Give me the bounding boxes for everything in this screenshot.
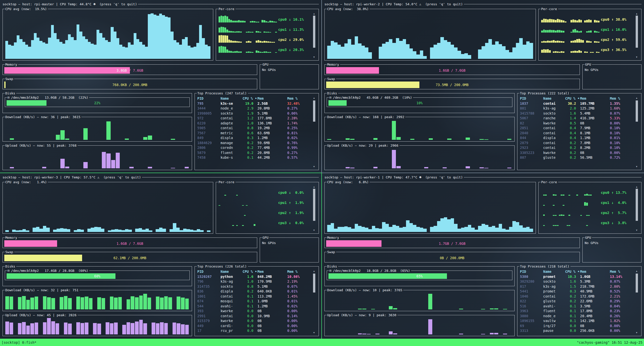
- column-header[interactable]: CPU % •: [241, 269, 257, 274]
- scrollbar[interactable]: ▲ ▼: [635, 270, 638, 334]
- process-row[interactable]: 69irq/270.00B0.00%: [520, 324, 634, 329]
- process-row[interactable]: 516avahi-0.13.5MB0.04%: [520, 304, 634, 309]
- scroll-thumb[interactable]: [313, 189, 315, 221]
- process-row[interactable]: 3963fluent0.117.8MB0.23%: [520, 309, 634, 314]
- column-header[interactable]: Mem: [257, 269, 287, 274]
- process-row[interactable]: 5905contai0.819.2MB0.25%: [197, 126, 312, 131]
- pane-rpi-worker-3[interactable]: socktop — host: rpi-worker-3 | CPU Temp:…: [0, 173, 322, 339]
- pane-rpi-master[interactable]: socktop — host: rpi-master | CPU Temp: 4…: [0, 0, 322, 173]
- process-row[interactable]: 2840contai0.48.1MB0.10%: [520, 131, 634, 136]
- process-row[interactable]: 1896155vaultw0.1142.1MB1.82%: [520, 318, 634, 324]
- scroll-up-icon[interactable]: ▲: [636, 270, 637, 272]
- process-row[interactable]: 1046contai0.2172.6MB2.21%: [520, 294, 634, 299]
- process-row[interactable]: 3415788sockto1.65.4MB0.07%: [520, 111, 634, 116]
- scroll-up-icon[interactable]: ▲: [636, 185, 637, 188]
- scroll-up-icon[interactable]: ▲: [313, 270, 315, 272]
- process-row[interactable]: 5879fluent0.220.8MB0.27%: [197, 150, 312, 155]
- process-row[interactable]: 2991contai0.010.9MB0.14%: [197, 314, 312, 319]
- scroll-up-icon[interactable]: ▲: [636, 12, 637, 15]
- process-row[interactable]: 5441promet0.340.9MB0.52%: [520, 289, 634, 294]
- process-row[interactable]: 822gluste0.222.6MB0.29%: [520, 299, 634, 304]
- process-row[interactable]: 449card1-0.00B0.00%: [197, 324, 312, 329]
- column-header[interactable]: Mem %: [610, 269, 634, 274]
- column-header[interactable]: Name: [543, 269, 564, 274]
- column-header[interactable]: CPU % •: [564, 96, 580, 101]
- scroll-down-icon[interactable]: ▼: [636, 229, 637, 231]
- process-row[interactable]: 674mosqui0.11.0MB0.01%: [197, 299, 312, 304]
- scroll-thumb[interactable]: [313, 16, 315, 47]
- process-row[interactable]: 3029280sockto1.65.3MB0.07%: [520, 279, 634, 284]
- column-header[interactable]: Name: [543, 96, 564, 101]
- process-row[interactable]: 17rcu_pr0.00B0.00%: [197, 328, 312, 333]
- scrollbar[interactable]: ▲ ▼: [635, 12, 638, 58]
- process-row[interactable]: 82kworke0.50B0.00%: [520, 121, 634, 126]
- scrollbar[interactable]: ▲ ▼: [635, 97, 638, 168]
- process-row[interactable]: 3385223kworke0.20B0.00%: [520, 150, 634, 155]
- column-header[interactable]: PID: [520, 96, 543, 101]
- process-row[interactable]: 7458kube-s0.144.2MB0.57%: [197, 155, 312, 160]
- process-row[interactable]: 1998005sockto1.95.1MB0.06%: [197, 111, 312, 116]
- process-row[interactable]: 796k3s-ag1.0170.9MB2.19%: [197, 279, 312, 284]
- process-row[interactable]: 1884629manage0.259.6MB0.76%: [197, 141, 312, 146]
- process-row[interactable]: 844displa0.41.1MB0.01%: [520, 136, 634, 141]
- scroll-up-icon[interactable]: ▲: [313, 12, 315, 15]
- pane-rpi-worker-2[interactable]: socktop — host: rpi-worker-2 | CPU Temp:…: [322, 0, 644, 173]
- scroll-thumb[interactable]: [636, 100, 638, 122]
- process-row[interactable]: 3313pause0.0256.0KB0.00%: [520, 328, 634, 333]
- process-row[interactable]: 544avahi-0.11.2MB0.02%: [197, 304, 312, 309]
- process-row[interactable]: 5380promet10.31.0GB13.14%: [520, 274, 634, 279]
- pane-rpi-worker-1[interactable]: socktop — host: rpi-worker-1 | CPU Temp:…: [322, 173, 644, 339]
- column-header[interactable]: PID: [520, 269, 543, 274]
- process-row[interactable]: 1520267python1.6848.2MB10.86%: [197, 274, 312, 279]
- process-row[interactable]: 5067ranche1.4416.3MB5.33%: [520, 116, 634, 121]
- column-header[interactable]: Mem %: [287, 96, 312, 101]
- scrollbar[interactable]: ▲ ▼: [313, 185, 316, 231]
- scroll-down-icon[interactable]: ▼: [313, 165, 315, 168]
- scrollbar[interactable]: ▲ ▼: [313, 270, 316, 334]
- scrollbar[interactable]: ▲ ▼: [635, 185, 638, 231]
- scroll-thumb[interactable]: [636, 16, 638, 47]
- scroll-thumb[interactable]: [313, 100, 315, 122]
- process-row[interactable]: 7567metric0.663.6MB0.81%: [197, 131, 312, 136]
- scroll-down-icon[interactable]: ▼: [313, 229, 315, 231]
- column-header[interactable]: Mem %: [610, 96, 634, 101]
- scroll-down-icon[interactable]: ▼: [636, 165, 637, 168]
- process-row[interactable]: 3444node_e2.920.8MB0.27%: [197, 106, 312, 111]
- scroll-up-icon[interactable]: ▲: [636, 97, 637, 99]
- column-header[interactable]: Mem: [580, 269, 610, 274]
- status-session-window[interactable]: [socktop] 0:fish*: [2, 340, 36, 344]
- process-row[interactable]: 6220adapte1.0136.1MB1.74%: [197, 121, 312, 126]
- column-header[interactable]: CPU % •: [564, 269, 580, 274]
- process-row[interactable]: 795k3s-se19.02.5GB32.48%: [197, 101, 312, 106]
- process-row[interactable]: 315379kworke0.00B0.00%: [197, 318, 312, 324]
- column-header[interactable]: PID: [197, 96, 221, 101]
- scroll-down-icon[interactable]: ▼: [313, 331, 315, 334]
- process-row[interactable]: 2851contai0.47.9MB0.10%: [520, 126, 634, 131]
- scrollbar[interactable]: ▲ ▼: [313, 97, 316, 168]
- column-header[interactable]: Mem: [257, 96, 287, 101]
- process-row[interactable]: 849displa0.31.2MB0.02%: [197, 136, 312, 141]
- column-header[interactable]: Name: [221, 269, 241, 274]
- column-header[interactable]: PID: [197, 269, 221, 274]
- process-row[interactable]: 972contai1.2177.8MB2.28%: [197, 116, 312, 121]
- process-row[interactable]: 807gluste0.256.5MB0.72%: [520, 155, 634, 160]
- scroll-down-icon[interactable]: ▼: [636, 331, 637, 334]
- column-header[interactable]: Name: [221, 96, 241, 101]
- column-header[interactable]: Mem: [580, 96, 610, 101]
- scroll-down-icon[interactable]: ▼: [636, 56, 637, 58]
- scroll-thumb[interactable]: [636, 274, 638, 292]
- process-row[interactable]: 2879contai0.27.8MB0.10%: [520, 141, 634, 146]
- process-row[interactable]: 836displa0.2640.0KB0.01%: [197, 289, 312, 294]
- column-header[interactable]: CPU % •: [241, 96, 257, 101]
- process-row[interactable]: 2806coredn0.277.4MB0.99%: [197, 145, 312, 150]
- scroll-down-icon[interactable]: ▼: [313, 56, 315, 58]
- process-row[interactable]: 314735sockto0.85.1MB0.07%: [197, 284, 312, 289]
- process-row[interactable]: 1037contai30.2105.7MB1.35%: [520, 101, 634, 106]
- scrollbar[interactable]: ▲ ▼: [313, 12, 316, 58]
- process-row[interactable]: 817k3s-ag1.5218.7MB2.80%: [520, 284, 634, 289]
- scroll-up-icon[interactable]: ▲: [313, 97, 315, 99]
- process-row[interactable]: 393kworke0.00B0.00%: [197, 309, 312, 314]
- process-row[interactable]: 3880node_e0.120.4MB0.26%: [520, 314, 634, 319]
- process-row[interactable]: 1001contai0.1113.2MB1.45%: [197, 294, 312, 299]
- process-row[interactable]: 801k3s-ag2.0125.2MB1.60%: [520, 106, 634, 111]
